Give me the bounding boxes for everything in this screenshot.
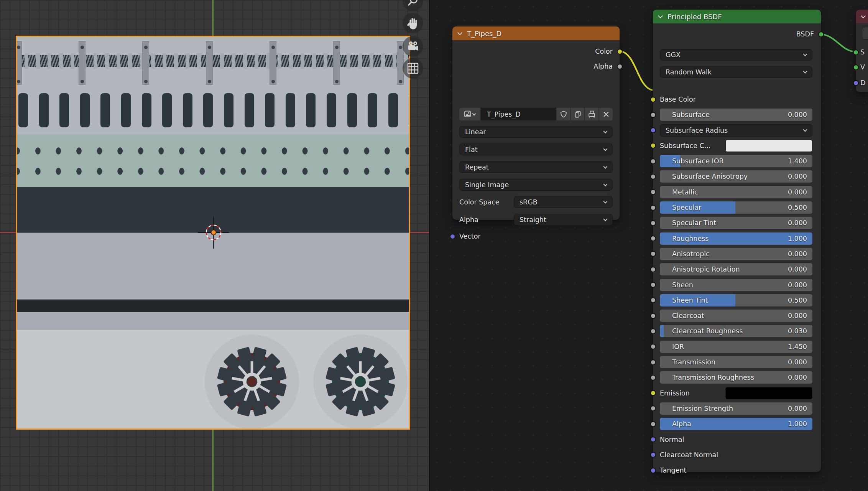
alpha-mode-select[interactable]: Straight: [514, 214, 613, 226]
bsdf-slider-clearcoat[interactable]: Clearcoat0.000: [660, 310, 812, 322]
image-texture-node[interactable]: T_Pipes_D Color Alpha T_Pipes_D: [452, 26, 620, 220]
anisotropic-rotation-socket[interactable]: [650, 267, 656, 272]
chevron-down-icon: [803, 52, 807, 56]
clearcoat-normal-socket[interactable]: [650, 452, 656, 458]
subsurface-socket[interactable]: [650, 112, 656, 118]
surface-input-socket[interactable]: [853, 49, 859, 55]
output-target-field[interactable]: [862, 27, 868, 40]
subsurface-radius-socket[interactable]: [650, 127, 656, 133]
chevron-down-icon: [603, 217, 607, 221]
zoom-gizmo-button[interactable]: [403, 0, 423, 12]
image-datablock-row: T_Pipes_D: [459, 108, 613, 120]
bsdf-slider-transmission-roughness[interactable]: Transmission Roughness0.000: [660, 371, 812, 384]
sheen-tint-socket[interactable]: [650, 297, 656, 303]
color-space-select[interactable]: sRGB: [514, 196, 613, 208]
bsdf-slider-subsurface[interactable]: Subsurface0.000: [660, 109, 812, 121]
base-color-socket[interactable]: [650, 97, 656, 102]
emission-strength-socket[interactable]: [650, 405, 656, 411]
anisotropic-socket[interactable]: [650, 251, 656, 257]
clearcoat-socket[interactable]: [650, 313, 656, 319]
bsdf-slider-emission-strength[interactable]: Emission Strength0.000: [660, 402, 812, 415]
subsurface-anisotropy-socket[interactable]: [650, 174, 656, 180]
alpha-socket[interactable]: [650, 421, 656, 427]
ior-socket[interactable]: [650, 344, 656, 349]
slider-value: 0.000: [788, 250, 807, 258]
alpha-output-socket[interactable]: [617, 64, 623, 69]
volume-input-socket[interactable]: [853, 64, 859, 70]
slider-label: Emission Strength: [672, 405, 733, 412]
subsurface-method-select[interactable]: Random Walk: [660, 66, 812, 78]
metallic-socket[interactable]: [650, 189, 656, 195]
image-name-field[interactable]: T_Pipes_D: [481, 108, 556, 120]
bsdf-swatch-subsurface-c[interactable]: [725, 140, 812, 152]
interpolation-select[interactable]: Linear: [459, 126, 613, 138]
subsurface-ior-socket[interactable]: [650, 158, 656, 164]
bsdf-slider-clearcoat-roughness[interactable]: Clearcoat Roughness0.030: [660, 325, 812, 337]
transmission-socket[interactable]: [650, 359, 656, 365]
clearcoat-roughness-socket[interactable]: [650, 328, 656, 334]
ortho-grid-button[interactable]: [403, 58, 423, 79]
principled-bsdf-node[interactable]: Principled BSDF BSDF GGX Random Walk Bas…: [653, 10, 821, 472]
bsdf-slider-sheen[interactable]: Sheen0.000: [660, 279, 812, 291]
vector-input-socket[interactable]: [450, 234, 455, 239]
displacement-input-socket[interactable]: [853, 80, 859, 86]
bsdf-slider-anisotropic-rotation[interactable]: Anisotropic Rotation0.000: [660, 263, 812, 275]
bsdf-swatch-emission[interactable]: [725, 387, 812, 399]
roughness-socket[interactable]: [650, 236, 656, 241]
bsdf-slider-specular-tint[interactable]: Specular Tint0.000: [660, 217, 812, 229]
slider-value: 0.000: [788, 219, 807, 227]
collapse-chevron-icon[interactable]: [861, 13, 866, 18]
emission-socket[interactable]: [650, 390, 656, 396]
magnifier-icon: [405, 0, 421, 9]
bsdf-slider-anisotropic[interactable]: Anisotropic0.000: [660, 248, 812, 260]
color-space-label: Color Space: [459, 196, 500, 208]
bsdf-slider-ior[interactable]: IOR1.450: [660, 341, 812, 353]
color-output-socket[interactable]: [617, 49, 623, 54]
editor-split-border[interactable]: [429, 0, 430, 491]
bsdf-dropdown-subsurface-radius[interactable]: Subsurface Radius: [660, 124, 812, 137]
chevron-down-icon: [603, 129, 607, 133]
bsdf-slider-alpha[interactable]: Alpha1.000: [660, 418, 812, 430]
viewport-3d[interactable]: [0, 0, 430, 491]
projection-select[interactable]: Flat: [459, 143, 613, 155]
collapse-chevron-icon[interactable]: [457, 30, 462, 35]
output-node-header[interactable]: [856, 10, 868, 23]
pan-gizmo-button[interactable]: [403, 13, 423, 33]
bsdf-slider-transmission[interactable]: Transmission0.000: [660, 356, 812, 368]
slider-value: 0.500: [788, 297, 807, 304]
image-browser-button[interactable]: [459, 108, 480, 120]
pack-image-button[interactable]: [585, 108, 598, 120]
source-select[interactable]: Single Image: [459, 179, 613, 191]
textured-plane[interactable]: [17, 37, 409, 428]
fake-user-button[interactable]: [557, 108, 570, 120]
specular-socket[interactable]: [650, 205, 656, 211]
subsurface-c-socket[interactable]: [650, 143, 656, 148]
sheen-socket[interactable]: [650, 282, 656, 288]
slider-label: Specular: [672, 204, 701, 211]
field-label: Normal: [660, 436, 684, 443]
specular-tint-socket[interactable]: [650, 220, 656, 226]
collapse-chevron-icon[interactable]: [658, 13, 663, 18]
bsdf-node-header[interactable]: Principled BSDF: [653, 10, 821, 23]
bsdf-slider-specular[interactable]: Specular0.500: [660, 201, 812, 214]
bsdf-slider-subsurface-ior[interactable]: Subsurface IOR1.400: [660, 155, 812, 167]
transmission-roughness-socket[interactable]: [650, 375, 656, 381]
extension-select[interactable]: Repeat: [459, 161, 613, 173]
bsdf-row-base-color: Base Color: [660, 93, 812, 105]
bsdf-slider-metallic[interactable]: Metallic0.000: [660, 186, 812, 198]
bsdf-slider-subsurface-anisotropy[interactable]: Subsurface Anisotropy0.000: [660, 170, 812, 183]
new-image-button[interactable]: [571, 108, 584, 120]
normal-socket[interactable]: [650, 437, 656, 442]
bsdf-output-socket[interactable]: [818, 31, 824, 37]
camera-view-button[interactable]: [403, 36, 423, 57]
bsdf-row-ior: IOR1.450: [660, 341, 812, 353]
distribution-select[interactable]: GGX: [660, 49, 812, 61]
bsdf-slider-roughness[interactable]: Roughness1.000: [660, 232, 812, 245]
unlink-button[interactable]: [599, 108, 613, 120]
image-texture-node-header[interactable]: T_Pipes_D: [452, 26, 620, 40]
bsdf-row-emission-strength: Emission Strength0.000: [660, 402, 812, 415]
tangent-socket[interactable]: [650, 468, 656, 473]
bsdf-slider-sheen-tint[interactable]: Sheen Tint0.500: [660, 294, 812, 306]
slider-value: 1.450: [788, 343, 807, 351]
output-bsdf: BSDF: [737, 28, 814, 40]
